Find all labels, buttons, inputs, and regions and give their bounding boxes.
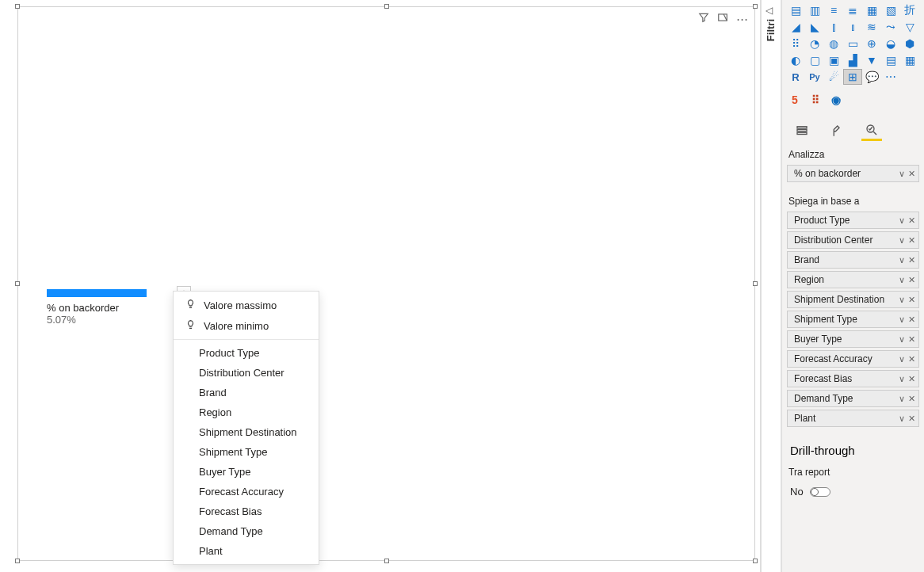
viz-r[interactable]: R — [787, 70, 804, 84]
chevron-down-icon[interactable]: ∨ — [899, 255, 905, 265]
viz-100-bar[interactable]: ▦ — [863, 3, 880, 17]
chevron-down-icon[interactable]: ∨ — [899, 354, 905, 364]
ctx-field-item[interactable]: Forecast Accuracy — [174, 482, 319, 501]
resize-handle-r[interactable] — [753, 281, 758, 286]
ctx-field-item[interactable]: Brand — [174, 383, 319, 402]
resize-handle-bl[interactable] — [15, 559, 20, 563]
html5-custom-visual[interactable]: 5 — [787, 92, 803, 108]
viz-decomposition[interactable]: ⊞ — [844, 70, 861, 84]
field-well-item[interactable]: Buyer Type∨✕ — [787, 330, 919, 348]
remove-field-icon[interactable]: ✕ — [908, 315, 915, 325]
more-options-icon[interactable]: ⋯ — [736, 12, 748, 26]
viz-gauge[interactable]: ◐ — [787, 53, 804, 67]
viz-table[interactable]: ▤ — [882, 53, 899, 67]
field-well-item[interactable]: Region∨✕ — [787, 271, 919, 288]
remove-field-icon[interactable]: ✕ — [908, 295, 915, 305]
viz-treemap[interactable]: ▭ — [844, 36, 861, 51]
field-well-item[interactable]: Brand∨✕ — [787, 251, 919, 269]
field-well-item[interactable]: Shipment Destination∨✕ — [787, 291, 919, 308]
viz-100-column[interactable]: ▧ — [882, 3, 899, 17]
ctx-field-item[interactable]: Plant — [174, 541, 319, 561]
decomposition-root-node[interactable]: + % on backorder 5.07% — [47, 289, 147, 326]
play-custom-visual[interactable]: ◉ — [828, 92, 844, 108]
viz-key-influencer[interactable]: ☄ — [825, 70, 842, 84]
viz-waterfall[interactable]: ⤳ — [882, 20, 899, 34]
filters-pane-collapsed[interactable]: ◁ Filtri — [761, 0, 781, 572]
viz-stacked-bar[interactable]: ▤ — [787, 3, 804, 17]
analytics-tab[interactable] — [861, 120, 882, 141]
resize-handle-br[interactable] — [753, 559, 758, 563]
viz-line-column-clustered[interactable]: ⫾ — [844, 20, 861, 34]
chevron-down-icon[interactable]: ∨ — [899, 374, 905, 384]
field-well-item[interactable]: % on backorder∨✕ — [787, 165, 919, 182]
remove-field-icon[interactable]: ✕ — [908, 334, 915, 345]
field-well-item[interactable]: Plant∨✕ — [787, 410, 919, 427]
chevron-down-icon[interactable]: ∨ — [899, 235, 905, 246]
chevron-down-icon[interactable]: ∨ — [899, 295, 905, 305]
remove-field-icon[interactable]: ✕ — [908, 235, 915, 246]
chevron-down-icon[interactable]: ∨ — [899, 275, 905, 285]
remove-field-icon[interactable]: ✕ — [908, 275, 915, 285]
ctx-high-value[interactable]: Valore massimo — [174, 295, 319, 315]
viz-line-column[interactable]: ⫿ — [825, 20, 842, 34]
ctx-field-item[interactable]: Forecast Bias — [174, 501, 319, 521]
viz-funnel[interactable]: ▽ — [901, 20, 918, 34]
viz-qa[interactable]: 💬 — [863, 70, 880, 84]
resize-handle-l[interactable] — [15, 281, 20, 286]
chevron-down-icon[interactable]: ∨ — [899, 414, 905, 424]
cross-report-toggle[interactable] — [810, 487, 830, 497]
focus-mode-icon[interactable] — [717, 12, 728, 26]
field-well-item[interactable]: Forecast Accuracy∨✕ — [787, 350, 919, 368]
viz-donut[interactable]: ◍ — [825, 36, 842, 51]
ctx-low-value[interactable]: Valore minimo — [174, 315, 319, 336]
chevron-down-icon[interactable]: ∨ — [899, 215, 905, 226]
resize-handle-tr[interactable] — [753, 4, 758, 9]
viz-scatter[interactable]: ⠿ — [787, 36, 804, 51]
viz-kpi[interactable]: ▟ — [844, 53, 861, 67]
resize-handle-b[interactable] — [384, 559, 389, 563]
viz-line[interactable]: 折 — [901, 3, 918, 17]
grid-custom-visual[interactable]: ⠿ — [808, 92, 823, 108]
field-well-item[interactable]: Forecast Bias∨✕ — [787, 370, 919, 387]
ctx-field-item[interactable]: Shipment Destination — [174, 422, 319, 442]
ctx-field-item[interactable]: Distribution Center — [174, 363, 319, 383]
viz-clustered-column[interactable]: ≣ — [844, 3, 861, 17]
chevron-left-icon[interactable]: ◁ — [766, 5, 773, 16]
resize-handle-tl[interactable] — [15, 4, 20, 9]
viz-area[interactable]: ◢ — [787, 20, 804, 34]
viz-slicer[interactable]: ▼ — [863, 53, 880, 67]
remove-field-icon[interactable]: ✕ — [908, 169, 915, 179]
viz-shape-map[interactable]: ⬢ — [901, 36, 918, 51]
field-well-item[interactable]: Distribution Center∨✕ — [787, 231, 919, 249]
remove-field-icon[interactable]: ✕ — [908, 414, 915, 424]
fields-tab[interactable] — [792, 120, 812, 141]
format-tab[interactable] — [827, 120, 847, 141]
viz-python[interactable]: Py — [806, 70, 823, 84]
filter-icon[interactable] — [698, 12, 709, 26]
viz-more[interactable]: ⋯ — [882, 70, 899, 84]
remove-field-icon[interactable]: ✕ — [908, 394, 915, 404]
viz-map[interactable]: ⊕ — [863, 36, 880, 51]
field-well-item[interactable]: Shipment Type∨✕ — [787, 311, 919, 328]
chevron-down-icon[interactable]: ∨ — [899, 315, 905, 325]
ctx-field-item[interactable]: Demand Type — [174, 521, 319, 541]
ctx-field-item[interactable]: Product Type — [174, 343, 319, 363]
field-well-item[interactable]: Demand Type∨✕ — [787, 390, 919, 407]
remove-field-icon[interactable]: ✕ — [908, 255, 915, 265]
viz-multi-card[interactable]: ▣ — [825, 53, 842, 67]
viz-stacked-column[interactable]: ▥ — [806, 3, 823, 17]
remove-field-icon[interactable]: ✕ — [908, 354, 915, 364]
viz-clustered-bar[interactable]: ≡ — [825, 3, 842, 17]
viz-filled-map[interactable]: ◒ — [882, 36, 899, 51]
viz-matrix[interactable]: ▦ — [901, 53, 918, 67]
viz-card[interactable]: ▢ — [806, 53, 823, 67]
ctx-field-item[interactable]: Region — [174, 402, 319, 422]
chevron-down-icon[interactable]: ∨ — [899, 169, 905, 179]
viz-pie[interactable]: ◔ — [806, 36, 823, 51]
ctx-field-item[interactable]: Shipment Type — [174, 442, 319, 462]
visual-selection-frame[interactable]: ⋯ + % on backorder 5.07% Valore massimo … — [17, 6, 755, 561]
remove-field-icon[interactable]: ✕ — [908, 215, 915, 226]
resize-handle-t[interactable] — [384, 4, 389, 9]
viz-stacked-area[interactable]: ◣ — [806, 20, 823, 34]
chevron-down-icon[interactable]: ∨ — [899, 334, 905, 345]
